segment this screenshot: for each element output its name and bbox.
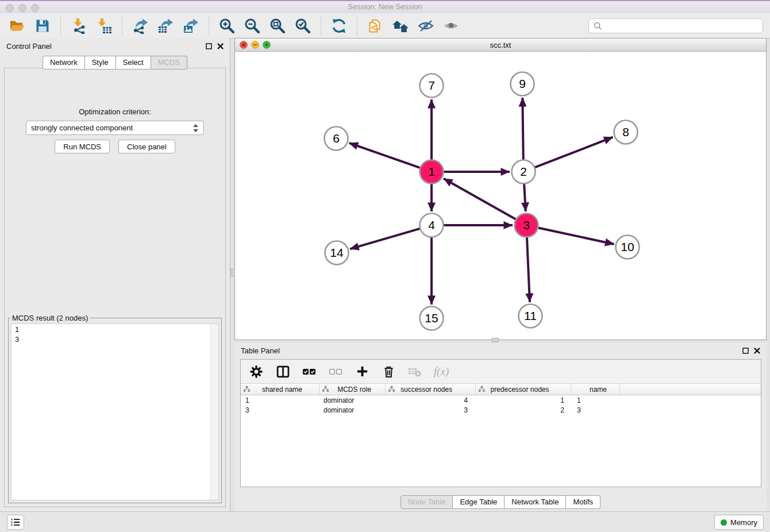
window-controls[interactable] bbox=[6, 4, 39, 12]
edge-1-to-6[interactable] bbox=[349, 143, 421, 168]
tab-mcds[interactable]: MCDS bbox=[151, 56, 187, 70]
delete-column-button[interactable] bbox=[381, 364, 396, 379]
node-3[interactable]: 3 bbox=[515, 214, 538, 237]
node-14[interactable]: 14 bbox=[325, 241, 349, 265]
refresh-view-button[interactable] bbox=[329, 16, 349, 36]
minimize-window-icon[interactable] bbox=[18, 4, 26, 12]
table-row[interactable]: 3dominator323 bbox=[241, 405, 761, 415]
tab-edge-table[interactable]: Edge Table bbox=[453, 495, 505, 509]
open-session-button[interactable] bbox=[7, 16, 28, 36]
status-bar: Memory bbox=[0, 511, 770, 532]
vertical-splitter-handle[interactable] bbox=[230, 269, 235, 276]
open-folder-icon bbox=[9, 18, 26, 33]
split-columns-button[interactable] bbox=[275, 364, 290, 379]
column-header-shared-name[interactable]: shared name bbox=[241, 384, 319, 395]
run-mcds-button[interactable]: Run MCDS bbox=[55, 140, 110, 153]
deselect-all-icon bbox=[329, 368, 342, 376]
edge-2-to-3[interactable] bbox=[524, 184, 526, 211]
node-11[interactable]: 11 bbox=[519, 304, 542, 328]
zoom-selected-button[interactable] bbox=[292, 16, 313, 36]
close-panel-icon[interactable] bbox=[754, 348, 760, 354]
node-7[interactable]: 7 bbox=[420, 74, 444, 98]
search-input[interactable] bbox=[605, 20, 759, 32]
mcds-result-group: MCDS result (2 nodes) 1 3 bbox=[8, 314, 222, 503]
delete-table-button[interactable] bbox=[407, 364, 422, 379]
task-history-button[interactable] bbox=[7, 515, 24, 530]
node-6[interactable]: 6 bbox=[325, 127, 348, 151]
horizontal-splitter-handle[interactable] bbox=[492, 338, 499, 342]
node-1[interactable]: 1 bbox=[420, 160, 444, 184]
close-window-icon[interactable] bbox=[6, 4, 14, 12]
column-header-MCDS-role[interactable]: MCDS role bbox=[319, 384, 386, 395]
zoom-in-button[interactable] bbox=[217, 16, 237, 36]
column-header-name[interactable]: name bbox=[571, 384, 620, 395]
add-column-button[interactable] bbox=[355, 364, 369, 379]
svg-text:9: 9 bbox=[519, 77, 526, 90]
toolbar-separator bbox=[122, 16, 122, 36]
zoom-selected-icon bbox=[294, 17, 311, 34]
show-all-button[interactable] bbox=[441, 16, 461, 36]
memory-button[interactable]: Memory bbox=[714, 515, 764, 530]
tab-node-table[interactable]: Node Table bbox=[401, 495, 453, 509]
network-canvas[interactable]: 7968124314101511 bbox=[235, 52, 766, 340]
network-window-titlebar: scc.txt bbox=[235, 38, 766, 52]
edge-2-to-9[interactable] bbox=[522, 98, 523, 160]
new-network-from-selection-icon bbox=[367, 18, 383, 34]
new-network-from-selection-button[interactable] bbox=[365, 16, 386, 36]
tab-select[interactable]: Select bbox=[116, 56, 151, 70]
column-header-successor-nodes[interactable]: successor nodes bbox=[386, 384, 476, 395]
optimization-criterion-label: Optimization criterion: bbox=[5, 107, 225, 116]
column-header-predecessor-nodes[interactable]: predecessor nodes bbox=[476, 384, 571, 395]
search-box[interactable] bbox=[588, 18, 763, 33]
zoom-window-icon[interactable] bbox=[31, 4, 39, 12]
settings-gear-button[interactable] bbox=[249, 364, 264, 379]
main-titlebar: Session: New Session bbox=[0, 0, 770, 14]
edge-3-to-10[interactable] bbox=[538, 228, 614, 244]
tab-network[interactable]: Network bbox=[43, 56, 85, 70]
zoom-out-button[interactable] bbox=[242, 16, 263, 36]
select-all-columns-button[interactable] bbox=[302, 364, 317, 379]
export-table-button[interactable] bbox=[155, 16, 176, 36]
home-button[interactable] bbox=[390, 16, 411, 36]
import-network-button[interactable] bbox=[68, 16, 89, 36]
criterion-select[interactable]: strongly connected component bbox=[26, 121, 204, 135]
toolbar-separator bbox=[321, 16, 321, 36]
edge-2-to-8[interactable] bbox=[535, 137, 613, 168]
close-panel-button[interactable]: Close panel bbox=[118, 140, 175, 153]
toolbar-separator bbox=[60, 16, 61, 36]
mcds-result-area[interactable]: 1 3 bbox=[11, 323, 219, 500]
node-15[interactable]: 15 bbox=[420, 307, 444, 330]
svg-text:6: 6 bbox=[333, 132, 340, 145]
table-row[interactable]: 1dominator411 bbox=[241, 395, 761, 405]
function-builder-button[interactable]: f(x) bbox=[434, 364, 449, 379]
export-image-icon bbox=[183, 18, 199, 34]
network-view-window: scc.txt 7968124314101511 bbox=[234, 38, 767, 340]
node-8[interactable]: 8 bbox=[614, 121, 638, 144]
node-9[interactable]: 9 bbox=[511, 72, 534, 96]
edge-4-to-14[interactable] bbox=[350, 229, 420, 249]
edge-3-to-1[interactable] bbox=[444, 179, 516, 219]
column-type-icon bbox=[479, 386, 485, 392]
svg-text:8: 8 bbox=[622, 125, 629, 138]
edge-3-to-11[interactable] bbox=[527, 237, 530, 302]
node-10[interactable]: 10 bbox=[616, 236, 640, 259]
float-panel-icon[interactable] bbox=[206, 43, 212, 49]
hide-selected-button[interactable] bbox=[415, 16, 436, 36]
node-2[interactable]: 2 bbox=[512, 160, 536, 184]
node-4[interactable]: 4 bbox=[420, 214, 444, 237]
deselect-all-columns-button[interactable] bbox=[328, 364, 343, 379]
zoom-fit-button[interactable] bbox=[267, 16, 288, 36]
import-table-button[interactable] bbox=[94, 16, 114, 36]
tab-motifs[interactable]: Motifs bbox=[566, 495, 600, 509]
search-icon bbox=[593, 21, 602, 30]
import-network-icon bbox=[71, 18, 87, 34]
float-panel-icon[interactable] bbox=[742, 348, 749, 354]
close-panel-icon[interactable] bbox=[217, 43, 224, 49]
tab-network-table[interactable]: Network Table bbox=[505, 495, 566, 509]
export-image-button[interactable] bbox=[180, 16, 201, 36]
export-network-button[interactable] bbox=[130, 16, 151, 36]
tab-style[interactable]: Style bbox=[85, 56, 116, 70]
save-session-button[interactable] bbox=[32, 16, 53, 36]
svg-text:15: 15 bbox=[425, 311, 438, 325]
result-scrollbar[interactable] bbox=[210, 324, 218, 500]
